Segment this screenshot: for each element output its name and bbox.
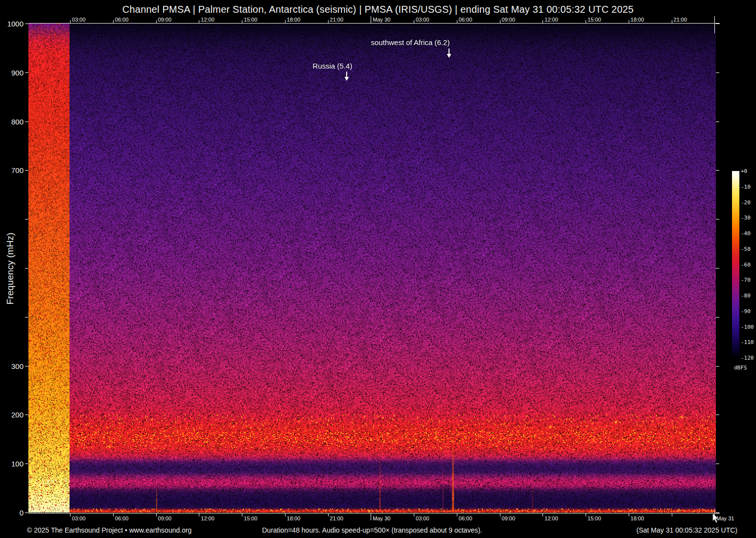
top-axis-tick-label: 21:00 [674,17,687,23]
y-axis-tick-right [716,317,719,318]
top-axis-tick-label: 15:00 [588,17,601,23]
y-axis-tick-label: 200 [3,411,24,419]
top-axis-tick [714,16,715,23]
bottom-axis-tick [113,514,114,516]
colorbar-tick-label: -50 [741,246,756,252]
y-axis-tick-left [25,415,28,415]
colorbar-tick-label: -30 [741,215,756,221]
y-axis-tick-label: 1000 [3,20,24,28]
bottom-axis-tick [70,514,71,516]
top-axis-tick [543,20,543,23]
top-axis-tick-label: 03:00 [416,17,429,23]
y-axis-tick-right [716,268,719,269]
top-axis-tick-label: 18:00 [287,17,301,23]
bottom-axis-tick [414,514,414,516]
bottom-axis-tick [156,514,157,516]
bottom-axis-tick [500,514,500,516]
bottom-axis-tick-label: 18:00 [631,515,644,521]
bottom-axis-tick-label: 03:00 [416,515,429,521]
y-axis-tick-left [25,122,28,122]
colorbar-tick-label: -120 [741,355,756,361]
y-axis-tick-left [25,366,28,367]
y-axis-tick-label: 0 [3,509,24,517]
top-axis-tick [414,20,414,23]
y-axis-tick-right [716,24,719,24]
annotation-arrow-icon [344,72,350,81]
top-axis-tick [199,20,199,23]
bottom-axis-tick-label: 09:00 [502,515,516,521]
y-axis-tick-right [716,366,719,367]
y-axis-tick-left [25,219,28,220]
bottom-axis-tick [199,514,199,516]
annotation-russia: Russia (5.4) [313,62,353,70]
colorbar-tick-label: -70 [741,277,756,283]
colorbar-tick-label: -10 [741,184,756,190]
y-axis-tick-label: 900 [3,69,24,77]
y-axis-tick-label: 800 [3,118,24,126]
y-axis-tick-left [25,73,28,73]
top-axis-tick [586,20,586,23]
bottom-axis-tick [328,514,329,516]
bottom-axis-tick-label: 06:00 [459,515,472,521]
spectrogram-canvas [28,24,716,513]
y-axis-tick-label: 100 [3,460,24,468]
top-axis-tick-label: 18:00 [631,17,644,23]
top-axis-tick-label: 09:00 [158,17,172,23]
top-axis-tick [242,20,242,23]
bottom-axis-tick [242,514,242,516]
colorbar-tick-label: -80 [741,293,756,299]
y-axis-tick-left [25,170,28,171]
bottom-axis-tick-label: 12:00 [544,515,558,521]
y-axis-tick-right [716,122,719,122]
bottom-axis-tick [629,514,629,516]
spectrogram-page: Channel PMSA | Palmer Station, Antarctic… [0,0,756,538]
bottom-axis-tick [543,514,543,516]
bottom-axis-tick [714,509,715,513]
mouse-cursor-icon [712,513,720,523]
top-axis-tick-label: 06:00 [115,17,129,23]
page-title: Channel PMSA | Palmer Station, Antarctic… [8,4,748,15]
y-axis-tick-right [716,415,719,415]
y-axis-title: Frequency (mHz) [5,233,16,305]
top-axis-tick-label: 03:00 [72,17,86,23]
top-axis-tick [672,20,672,23]
colorbar-tick-label: -60 [741,262,756,268]
top-axis-tick-label: 09:00 [502,17,516,23]
y-axis-tick-left [25,513,28,513]
y-axis-tick-left [25,464,28,464]
y-axis-tick-left [25,24,28,24]
top-axis-tick-label: 12:00 [544,17,558,23]
y-axis-tick-right [716,73,719,73]
bottom-axis-tick [285,514,285,516]
colorbar-unit-label: dBFS [734,365,747,371]
bottom-axis-tick [672,514,672,516]
top-axis-tick [113,20,114,23]
top-axis-tick [629,20,629,23]
y-axis-tick-left [25,317,28,318]
top-axis-line [28,23,720,24]
bottom-axis-tick-label: 21:00 [330,515,344,521]
top-axis-tick-label: 06:00 [459,17,472,23]
bottom-axis-tick [457,514,457,516]
colorbar [732,171,739,358]
colorbar-tick-label: -90 [741,308,756,315]
y-axis-tick-label: 300 [3,362,24,370]
bottom-axis-tick-label: 03:00 [72,515,86,521]
top-axis-tick [500,20,500,23]
bottom-axis-tick-label: 09:00 [158,515,172,521]
bottom-axis-tick [586,514,586,516]
y-axis-tick-right [716,170,719,171]
bottom-axis-tick-label: 15:00 [244,515,258,521]
colorbar-tick-label: -20 [741,199,756,206]
y-axis-tick-label: 700 [3,166,24,174]
annotation-arrow-icon [446,49,452,58]
top-axis-tick [457,20,457,23]
top-axis-tick [70,20,71,23]
duration-text: Duration=48 hours. Audio speed-up=500× (… [28,526,716,534]
top-axis-tick-label: 15:00 [244,17,258,23]
top-axis-tick [156,20,157,23]
colorbar-tick-label: -100 [741,324,756,330]
annotation-southwest-of-africa: southwest of Africa (6.2) [371,38,450,47]
colorbar-tick-label: -110 [741,339,756,345]
top-axis-tick [714,24,715,33]
